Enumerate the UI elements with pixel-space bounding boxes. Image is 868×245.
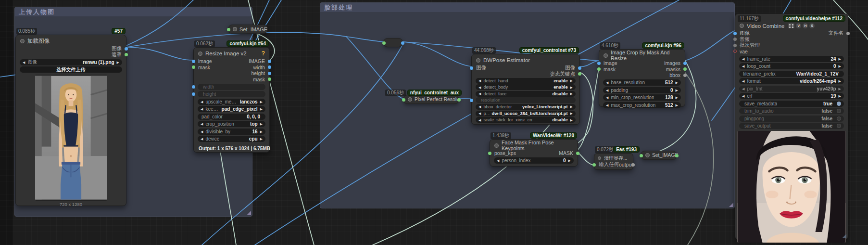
decrement-arrow-icon[interactable]: ◀ bbox=[201, 137, 203, 141]
node-title-bar[interactable]: Resize Image v2 ? bbox=[194, 48, 269, 58]
decrement-arrow-icon[interactable]: ◀ bbox=[478, 86, 481, 89]
widget-detect_body[interactable]: ◀detect_bodyenable▶ bbox=[476, 84, 576, 90]
decrement-arrow-icon[interactable]: ◀ bbox=[742, 87, 744, 90]
widget-pingpong[interactable]: pingpongfalse bbox=[739, 116, 844, 122]
node-title-bar[interactable]: 清理显存... bbox=[594, 154, 633, 162]
port-dot[interactable] bbox=[382, 41, 386, 45]
collapse-toggle[interactable] bbox=[233, 27, 237, 31]
increment-arrow-icon[interactable]: ▶ bbox=[570, 105, 573, 108]
increment-arrow-icon[interactable]: ▶ bbox=[568, 159, 571, 162]
video-combine-node[interactable]: 11.167秒 comfyui-videohelpe #112 Video Co… bbox=[735, 13, 848, 240]
collapse-toggle[interactable] bbox=[740, 24, 744, 28]
widget-pix_fmt[interactable]: ◀pix_fmtyuv420p▶ bbox=[739, 86, 844, 92]
widget-scale_stick_for_xinsr_cn[interactable]: ◀scale_stick_for_xinsr_cndisable▶ bbox=[476, 117, 576, 123]
resize-image-node[interactable]: 0.062秒 comfyui-kjn #64 Resize Image v2 ?… bbox=[193, 47, 270, 153]
decrement-arrow-icon[interactable]: ◀ bbox=[742, 57, 744, 61]
collapse-toggle[interactable] bbox=[604, 53, 608, 58]
toggle-icon[interactable] bbox=[837, 102, 841, 106]
group-header[interactable]: 上传人物图 bbox=[15, 7, 252, 16]
port-dot[interactable] bbox=[401, 41, 404, 45]
decrement-arrow-icon[interactable]: ◀ bbox=[23, 61, 25, 64]
increment-arrow-icon[interactable]: ▶ bbox=[570, 79, 573, 82]
input-port-dot[interactable] bbox=[733, 32, 737, 35]
increment-arrow-icon[interactable]: ▶ bbox=[260, 137, 263, 141]
widget-upscale_method[interactable]: ◀upscale_methodlanczos▶ bbox=[198, 99, 265, 105]
decrement-arrow-icon[interactable]: ◀ bbox=[742, 64, 744, 68]
widget-crf[interactable]: ◀crf19▶ bbox=[739, 93, 844, 99]
port-dot[interactable] bbox=[457, 98, 461, 102]
face-mask-node[interactable]: 1.439秒 WanVideoWr #120 Face Mask From Po… bbox=[490, 139, 578, 167]
collapse-toggle[interactable] bbox=[476, 58, 480, 63]
port-dot[interactable] bbox=[227, 28, 230, 31]
node-title-bar[interactable]: 加载图像 bbox=[16, 35, 126, 46]
collapse-toggle[interactable] bbox=[20, 39, 25, 43]
decrement-arrow-icon[interactable]: ◀ bbox=[201, 100, 203, 103]
input-port-dot[interactable] bbox=[192, 65, 195, 69]
node-resize-handle[interactable] bbox=[843, 234, 846, 238]
decrement-arrow-icon[interactable]: ◀ bbox=[201, 122, 203, 126]
widget-base_resolution[interactable]: ◀base_resolution512▶ bbox=[603, 79, 681, 86]
increment-arrow-icon[interactable]: ▶ bbox=[839, 94, 841, 98]
port-dot[interactable] bbox=[402, 98, 405, 102]
increment-arrow-icon[interactable]: ▶ bbox=[260, 122, 263, 126]
node-title-bar[interactable]: Face Mask From Pose Keypoints bbox=[490, 140, 578, 150]
toggle-icon[interactable] bbox=[837, 109, 841, 113]
increment-arrow-icon[interactable]: ▶ bbox=[676, 103, 678, 107]
widget-pose_estimator[interactable]: ◀pose_estimatordw-ll_ucoco_384_bs5.torch… bbox=[476, 111, 576, 116]
decrement-arrow-icon[interactable]: ◀ bbox=[478, 79, 481, 82]
output-port-dot[interactable] bbox=[268, 65, 271, 69]
increment-arrow-icon[interactable]: ▶ bbox=[839, 57, 841, 61]
input-port-dot[interactable] bbox=[470, 99, 473, 102]
widget-width[interactable]: width bbox=[198, 84, 265, 90]
output-port-dot[interactable] bbox=[268, 60, 271, 63]
port-dot[interactable] bbox=[675, 154, 679, 157]
increment-arrow-icon[interactable]: ▶ bbox=[676, 89, 678, 92]
widget-min_crop_resolution[interactable]: ◀min_crop_resolution128▶ bbox=[603, 94, 681, 101]
widget-format[interactable]: ◀formatvideo/h264-mp4▶ bbox=[739, 78, 844, 84]
widget-crop_position[interactable]: ◀crop_positiontop▶ bbox=[198, 121, 265, 127]
decrement-arrow-icon[interactable]: ◀ bbox=[201, 130, 203, 133]
widget-pad_color[interactable]: pad_color0, 0, 0 bbox=[198, 114, 265, 120]
input-port-dot[interactable] bbox=[597, 62, 601, 65]
increment-arrow-icon[interactable]: ▶ bbox=[260, 107, 263, 111]
widget-resolution[interactable]: resolution bbox=[476, 97, 576, 103]
increment-arrow-icon[interactable]: ▶ bbox=[676, 81, 678, 84]
help-icon[interactable]: ? bbox=[262, 50, 265, 57]
decrement-arrow-icon[interactable]: ◀ bbox=[606, 81, 608, 84]
decrement-arrow-icon[interactable]: ◀ bbox=[478, 92, 481, 95]
node-title-bar[interactable]: DWPose Estimator bbox=[472, 54, 579, 65]
widget-trim_to_audio[interactable]: trim_to_audiofalse bbox=[739, 108, 844, 114]
image-crop-node[interactable]: 4.610秒 comfyui-kjn #96 Image Crop By Mas… bbox=[599, 49, 685, 107]
collapse-toggle[interactable] bbox=[198, 52, 202, 56]
toggle-icon[interactable] bbox=[837, 116, 841, 121]
input-port-dot[interactable] bbox=[592, 163, 596, 167]
widget-person_index[interactable]: ◀person_index0▶ bbox=[494, 157, 574, 164]
widget-filename_prefix[interactable]: filename_prefixWanVideo2_1_T2V bbox=[739, 71, 844, 77]
decrement-arrow-icon[interactable]: ◀ bbox=[478, 105, 481, 108]
widget-detect_hand[interactable]: ◀detect_handenable▶ bbox=[476, 78, 576, 84]
set-image-node[interactable]: Set_IMAGE bbox=[228, 25, 268, 34]
widget-frame_rate[interactable]: ◀frame_rate24▶ bbox=[739, 56, 844, 62]
widget-keep_proportion[interactable]: ◀keep_proportionpad_edge_pixel▶ bbox=[198, 106, 265, 112]
input-port-dot[interactable] bbox=[597, 67, 601, 71]
collapse-toggle[interactable] bbox=[598, 156, 601, 160]
node-graph-canvas[interactable]: 上传人物图 脸部处理 0.085秒 bbox=[0, 0, 868, 245]
input-port-dot[interactable] bbox=[733, 44, 737, 47]
dwpose-estimator-node[interactable]: 44.068秒 comfyui_controlnet #73 DWPose Es… bbox=[471, 54, 580, 125]
widget-max_crop_resolution[interactable]: ◀max_crop_resolution512▶ bbox=[603, 102, 681, 108]
widget-save_metadata[interactable]: save_metadatatrue bbox=[739, 101, 844, 107]
clean-vram-node[interactable]: 0.072秒 Eas #193 清理显存... 输入任何output bbox=[594, 153, 633, 170]
input-port-dot[interactable] bbox=[733, 50, 737, 53]
increment-arrow-icon[interactable]: ▶ bbox=[570, 118, 573, 122]
decrement-arrow-icon[interactable]: ◀ bbox=[606, 89, 608, 92]
widget-detect_face[interactable]: ◀detect_facedisable▶ bbox=[476, 91, 576, 97]
widget-bbox_detector[interactable]: ◀bbox_detectoryolox_l.torchscript.pt▶ bbox=[476, 104, 576, 110]
output-port-dot[interactable] bbox=[576, 152, 579, 155]
toggle-icon[interactable] bbox=[837, 124, 841, 128]
widget-divisible_by[interactable]: ◀divisible_by16▶ bbox=[198, 129, 265, 135]
decrement-arrow-icon[interactable]: ◀ bbox=[478, 112, 481, 115]
input-port-dot[interactable] bbox=[733, 38, 737, 41]
input-port-dot[interactable] bbox=[470, 66, 473, 70]
increment-arrow-icon[interactable]: ▶ bbox=[839, 87, 841, 90]
output-port-dot[interactable] bbox=[846, 32, 850, 35]
